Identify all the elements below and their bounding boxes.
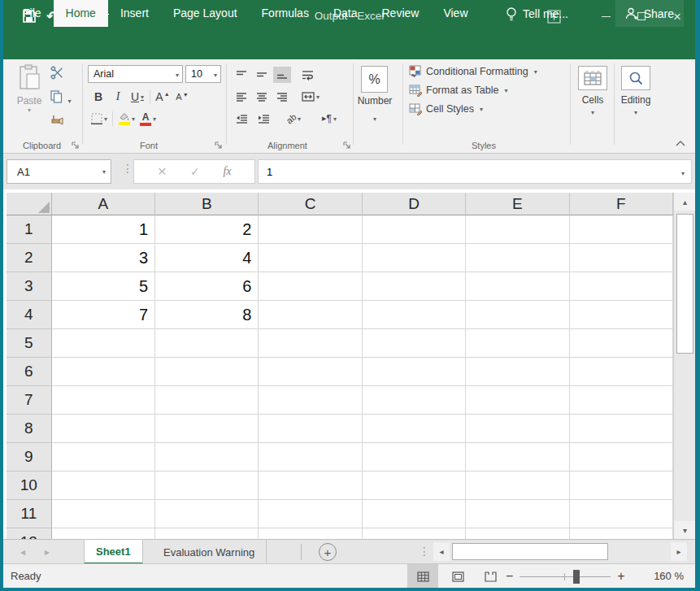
tab-insert[interactable]: Insert bbox=[108, 0, 161, 27]
insert-function-button[interactable]: fx bbox=[223, 165, 231, 178]
cell-A10[interactable] bbox=[52, 471, 155, 500]
cell-C6[interactable] bbox=[259, 358, 362, 386]
cell-D4[interactable] bbox=[363, 301, 466, 329]
paste-button[interactable]: Paste ▾ bbox=[11, 64, 47, 142]
cell-D11[interactable] bbox=[363, 500, 466, 528]
cell-F6[interactable] bbox=[570, 358, 673, 386]
cell-D9[interactable] bbox=[363, 443, 466, 471]
tab-file[interactable]: File bbox=[11, 0, 54, 27]
percent-style-button[interactable]: % bbox=[361, 66, 388, 93]
conditional-formatting-button[interactable]: Conditional Formatting bbox=[409, 65, 537, 78]
row-header-1[interactable]: 1 bbox=[7, 215, 52, 244]
cell-D10[interactable] bbox=[363, 471, 466, 500]
cell-B11[interactable] bbox=[155, 500, 259, 528]
cell-A8[interactable] bbox=[52, 415, 155, 443]
cell-A12[interactable] bbox=[52, 528, 155, 539]
row-header-2[interactable]: 2 bbox=[7, 244, 52, 272]
column-header-C[interactable]: C bbox=[259, 193, 362, 215]
cell-F4[interactable] bbox=[570, 301, 673, 329]
cell-E2[interactable] bbox=[466, 244, 569, 272]
previous-sheet-button[interactable]: ◂ bbox=[13, 540, 33, 564]
cell-A4[interactable]: 7 bbox=[52, 301, 155, 329]
cell-B1[interactable]: 2 bbox=[155, 215, 259, 244]
column-header-D[interactable]: D bbox=[363, 193, 466, 215]
align-right-button[interactable] bbox=[273, 89, 291, 105]
sheet-tab-evaluation-warning[interactable]: Evaluation Warning bbox=[152, 540, 267, 564]
underline-button[interactable]: U bbox=[130, 89, 145, 105]
bottom-align-button[interactable] bbox=[273, 67, 291, 83]
cell-C8[interactable] bbox=[259, 415, 362, 443]
cell-E6[interactable] bbox=[466, 358, 569, 386]
clipboard-dialog-launcher[interactable] bbox=[72, 141, 80, 150]
cell-D5[interactable] bbox=[363, 329, 466, 358]
cell-C2[interactable] bbox=[259, 244, 362, 272]
cell-B5[interactable] bbox=[155, 329, 259, 358]
cell-D3[interactable] bbox=[363, 272, 466, 301]
font-name-combo[interactable]: Arial bbox=[88, 65, 183, 83]
column-header-F[interactable]: F bbox=[570, 193, 673, 215]
scroll-up-button[interactable]: ▴ bbox=[674, 193, 695, 211]
decrease-font-size-button[interactable]: A▼ bbox=[175, 89, 189, 105]
sheet-tab-sheet1[interactable]: Sheet1 bbox=[84, 540, 143, 564]
align-left-button[interactable] bbox=[233, 89, 250, 105]
page-layout-view-button[interactable] bbox=[445, 564, 471, 588]
select-all-corner[interactable] bbox=[7, 193, 52, 215]
cell-C9[interactable] bbox=[259, 443, 362, 471]
text-direction-button[interactable]: ▶ ¶ bbox=[316, 111, 342, 127]
cell-B4[interactable]: 8 bbox=[155, 301, 259, 329]
bold-button[interactable]: B bbox=[91, 89, 106, 105]
zoom-in-button[interactable]: + bbox=[617, 569, 624, 584]
cell-F1[interactable] bbox=[570, 215, 673, 244]
cell-E9[interactable] bbox=[466, 443, 569, 471]
expand-formula-bar-button[interactable]: ▾ bbox=[681, 170, 685, 177]
cell-B12[interactable] bbox=[155, 528, 259, 539]
cell-A9[interactable] bbox=[52, 443, 155, 471]
cell-E12[interactable] bbox=[466, 528, 569, 539]
font-dialog-launcher[interactable] bbox=[215, 141, 223, 150]
new-sheet-button[interactable] bbox=[319, 543, 337, 561]
row-header-6[interactable]: 6 bbox=[7, 358, 52, 386]
row-header-3[interactable]: 3 bbox=[7, 272, 52, 301]
cell-F8[interactable] bbox=[570, 415, 673, 443]
decrease-indent-button[interactable] bbox=[233, 111, 250, 127]
row-header-5[interactable]: 5 bbox=[7, 329, 52, 358]
cell-E5[interactable] bbox=[466, 329, 569, 358]
vertical-scroll-thumb[interactable] bbox=[676, 214, 693, 354]
cell-E4[interactable] bbox=[466, 301, 569, 329]
cell-A11[interactable] bbox=[52, 500, 155, 528]
cell-A5[interactable] bbox=[52, 329, 155, 358]
font-color-button[interactable]: A bbox=[140, 111, 156, 127]
collapse-ribbon-button[interactable] bbox=[676, 140, 685, 146]
merge-center-button[interactable] bbox=[298, 89, 323, 105]
cell-F2[interactable] bbox=[570, 244, 673, 272]
format-painter-button[interactable] bbox=[50, 114, 71, 130]
cell-C3[interactable] bbox=[259, 272, 362, 301]
scroll-right-button[interactable]: ▸ bbox=[671, 542, 687, 561]
cell-C10[interactable] bbox=[259, 471, 362, 500]
cancel-button[interactable]: ✕ bbox=[157, 165, 167, 178]
cell-D12[interactable] bbox=[363, 528, 466, 539]
zoom-out-button[interactable]: − bbox=[506, 569, 513, 584]
cell-D6[interactable] bbox=[363, 358, 466, 386]
cell-D2[interactable] bbox=[363, 244, 466, 272]
tab-formulas[interactable]: Formulas bbox=[250, 0, 321, 27]
cell-D8[interactable] bbox=[363, 415, 466, 443]
tab-page-layout[interactable]: Page Layout bbox=[161, 0, 250, 27]
alignment-dialog-launcher[interactable] bbox=[343, 141, 351, 150]
cell-C12[interactable] bbox=[259, 528, 362, 539]
grip-dots[interactable]: ⋮ bbox=[122, 162, 132, 175]
increase-indent-button[interactable] bbox=[254, 111, 272, 127]
borders-button[interactable] bbox=[91, 111, 107, 127]
cell-F3[interactable] bbox=[570, 272, 673, 301]
copy-button[interactable] bbox=[50, 90, 71, 106]
font-size-combo[interactable]: 10 bbox=[185, 65, 221, 83]
cell-B9[interactable] bbox=[155, 443, 259, 471]
cell-B7[interactable] bbox=[155, 386, 259, 415]
cell-E7[interactable] bbox=[466, 386, 569, 415]
chevron-down-icon[interactable]: ▾ bbox=[373, 115, 376, 123]
align-center-button[interactable] bbox=[253, 89, 271, 105]
cell-C5[interactable] bbox=[259, 329, 362, 358]
cell-B2[interactable]: 4 bbox=[155, 244, 259, 272]
name-box[interactable]: A1 ▾ bbox=[7, 159, 111, 184]
cell-E1[interactable] bbox=[466, 215, 569, 244]
